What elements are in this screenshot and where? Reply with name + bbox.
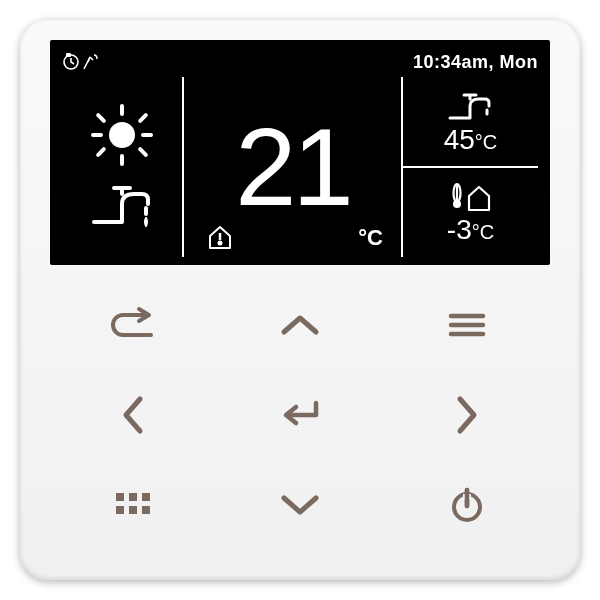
- thermostat-device: 10:34am, Mon: [20, 20, 580, 580]
- down-button[interactable]: [217, 460, 384, 550]
- status-bar: 10:34am, Mon: [62, 48, 538, 76]
- right-button[interactable]: [383, 370, 550, 460]
- svg-rect-20: [116, 506, 124, 514]
- svg-rect-22: [142, 506, 150, 514]
- schedule-mode-icon: [62, 49, 106, 75]
- svg-rect-21: [129, 506, 137, 514]
- power-button[interactable]: [383, 460, 550, 550]
- outdoor-temp-icon: [445, 180, 497, 214]
- left-button[interactable]: [50, 370, 217, 460]
- display-screen: 10:34am, Mon: [50, 40, 550, 265]
- svg-rect-17: [116, 493, 124, 501]
- outdoor-value: -3: [447, 214, 472, 245]
- setpoint-column: 21 °C: [184, 77, 401, 257]
- sun-icon: [87, 100, 157, 170]
- svg-rect-18: [129, 493, 137, 501]
- outdoor-value-row: -3°C: [447, 214, 494, 246]
- up-button[interactable]: [217, 280, 384, 370]
- outdoor-reading: -3°C: [403, 168, 538, 257]
- svg-rect-1: [66, 53, 71, 57]
- display-content: 21 °C: [62, 76, 538, 257]
- svg-rect-5: [91, 133, 103, 137]
- mode-column: [62, 77, 184, 257]
- svg-point-11: [218, 241, 223, 246]
- dhw-unit: °C: [475, 131, 497, 153]
- readings-column: 45°C -3°C: [401, 77, 538, 257]
- room-temp-icon: [206, 223, 234, 251]
- dhw-value: 45: [444, 124, 475, 155]
- setpoint-unit: °C: [358, 225, 383, 251]
- dhw-value-row: 45°C: [444, 124, 498, 156]
- svg-rect-19: [142, 493, 150, 501]
- svg-rect-10: [137, 146, 148, 157]
- status-icons: [62, 49, 106, 75]
- svg-rect-3: [120, 104, 124, 116]
- keypad: [50, 265, 550, 550]
- svg-rect-6: [141, 133, 153, 137]
- menu-button[interactable]: [383, 280, 550, 370]
- faucet-icon: [86, 178, 158, 234]
- dhw-reading: 45°C: [403, 77, 538, 168]
- back-button[interactable]: [50, 280, 217, 370]
- grid-button[interactable]: [50, 460, 217, 550]
- svg-rect-8: [137, 112, 148, 123]
- svg-rect-7: [95, 112, 106, 123]
- setpoint-value: 21: [235, 112, 349, 222]
- svg-point-2: [109, 122, 135, 148]
- svg-rect-9: [95, 146, 106, 157]
- svg-rect-4: [120, 154, 124, 166]
- enter-button[interactable]: [217, 370, 384, 460]
- faucet-small-icon: [445, 88, 497, 124]
- clock-text: 10:34am, Mon: [413, 52, 538, 73]
- outdoor-unit: °C: [472, 221, 494, 243]
